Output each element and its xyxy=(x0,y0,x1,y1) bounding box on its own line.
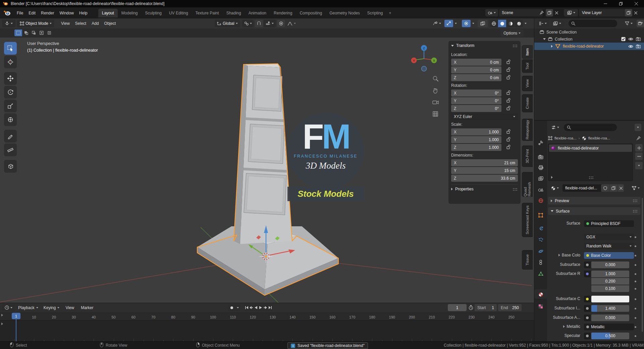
collection-render-camera-icon[interactable] xyxy=(636,37,641,41)
properties-tab-render[interactable] xyxy=(535,153,546,161)
timeline-menu-view[interactable]: View xyxy=(63,305,77,310)
object-expand-icon[interactable] xyxy=(551,45,553,48)
prev-keyframe-button[interactable] xyxy=(249,304,254,311)
subsurface-anisotropy-field[interactable]: 0.000 xyxy=(591,314,629,321)
sidebar-tab-retopology[interactable]: Retopology xyxy=(522,119,533,141)
gizmo-dropdown[interactable] xyxy=(453,20,458,27)
delineator-post[interactable] xyxy=(234,64,292,244)
rotation-z-field[interactable]: Z0° xyxy=(451,105,501,112)
scale-y-field[interactable]: Y1.000 xyxy=(451,136,501,143)
workspace-tab-sculpting[interactable]: Sculpting xyxy=(142,9,165,17)
select-mode-intersect-button[interactable] xyxy=(45,30,53,36)
panel-drag-handle[interactable] xyxy=(513,44,518,47)
dimensions-z-field[interactable]: Z33.6 cm xyxy=(451,175,518,182)
properties-tab-texture[interactable] xyxy=(535,302,546,311)
material-name-field[interactable]: flexible-road-del... xyxy=(562,184,605,192)
workspace-tab-scripting[interactable]: Scripting xyxy=(364,9,387,17)
pivot-point-dropdown[interactable] xyxy=(242,20,254,27)
subsurface-radius-y-field[interactable]: 0.200 xyxy=(591,278,629,285)
next-keyframe-button[interactable] xyxy=(263,304,268,311)
sidebar-tab-quad-remesh[interactable]: Quad Remesh xyxy=(522,172,533,197)
object-hide-eye-icon[interactable] xyxy=(628,45,633,48)
current-frame-field[interactable]: 1 xyxy=(448,304,467,311)
tool-annotate[interactable] xyxy=(4,130,17,142)
sidebar-tab-create[interactable]: Create xyxy=(522,94,533,112)
tool-scale[interactable] xyxy=(4,100,17,112)
outliner-search-input[interactable] xyxy=(569,20,617,27)
orthographic-view-icon[interactable] xyxy=(432,111,439,118)
properties-search-input[interactable] xyxy=(564,124,617,131)
scene-type-dropdown[interactable] xyxy=(485,9,498,16)
scale-z-field[interactable]: Z1.000 xyxy=(451,144,501,151)
collection-checkbox[interactable] xyxy=(621,37,626,41)
snap-settings-dropdown[interactable] xyxy=(264,20,276,27)
location-x-lock-icon[interactable] xyxy=(506,60,511,65)
shading-wireframe-button[interactable] xyxy=(490,20,498,27)
end-frame-field[interactable]: End250 xyxy=(498,304,522,311)
zoom-view-icon[interactable] xyxy=(432,75,439,83)
properties-editor-type-dropdown[interactable] xyxy=(549,124,561,131)
minimize-button[interactable] xyxy=(598,0,613,7)
blender-app-icon[interactable] xyxy=(3,10,11,16)
workspace-tab-compositing[interactable]: Compositing xyxy=(296,9,326,17)
properties-scrollbar[interactable] xyxy=(642,198,643,332)
timeline-expand-arrow-2[interactable] xyxy=(1,323,3,325)
metallic-label[interactable]: Metallic xyxy=(548,324,580,329)
subsurface-radius-z-field[interactable]: 0.100 xyxy=(591,285,629,292)
material-slot-row[interactable]: flexible-road-delineator xyxy=(549,144,632,152)
tool-transform[interactable] xyxy=(4,113,17,126)
outliner-new-collection-button[interactable] xyxy=(637,20,644,27)
outliner-row-collection[interactable]: Collection xyxy=(534,36,644,43)
rotation-y-lock-icon[interactable] xyxy=(506,98,511,104)
navigation-gizmo[interactable]: Z Y X xyxy=(410,45,438,73)
material-slot-add-button[interactable] xyxy=(635,144,643,152)
scene-name-field[interactable]: Scene xyxy=(499,9,543,16)
options-dropdown[interactable]: Options xyxy=(500,30,524,37)
snap-magnet-toggle[interactable] xyxy=(255,20,263,27)
outliner-editor-type-dropdown[interactable] xyxy=(537,20,549,27)
properties-tab-object-data[interactable] xyxy=(535,269,546,278)
location-y-lock-icon[interactable] xyxy=(506,67,511,73)
workspace-tab-shading[interactable]: Shading xyxy=(223,9,245,17)
timeline-track-area[interactable] xyxy=(0,321,534,342)
slot-specials-icon[interactable] xyxy=(551,176,553,179)
material-unlink-button[interactable] xyxy=(618,184,624,192)
subsurface-method-dropdown[interactable]: Random Walk xyxy=(584,243,634,249)
surface-panel-header[interactable]: Surface xyxy=(548,207,641,215)
menu-edit[interactable]: Edit xyxy=(26,11,38,15)
sidebar-tab-item[interactable]: Item xyxy=(522,45,533,59)
location-y-field[interactable]: Y0 cm xyxy=(451,66,501,73)
show-gizmo-toggle[interactable] xyxy=(444,20,453,27)
proportional-falloff-dropdown[interactable] xyxy=(286,20,297,27)
menu-window[interactable]: Window xyxy=(57,11,76,15)
scale-x-lock-icon[interactable] xyxy=(506,129,511,135)
rotation-z-lock-icon[interactable] xyxy=(506,106,511,111)
properties-tab-output[interactable] xyxy=(535,163,546,172)
transform-collapse-icon[interactable] xyxy=(451,45,454,47)
auto-key-record-button[interactable] xyxy=(228,304,235,311)
scale-x-field[interactable]: X1.000 xyxy=(451,128,501,135)
material-copy-button[interactable] xyxy=(609,184,618,192)
view-layer-type-dropdown[interactable] xyxy=(564,9,578,16)
surface-shader-field[interactable]: Principled BSDF xyxy=(584,220,634,227)
current-frame-line[interactable] xyxy=(16,319,16,342)
timeline-expand-arrow-1[interactable] xyxy=(1,314,3,316)
dimensions-y-field[interactable]: Y15 cm xyxy=(451,167,518,174)
select-mode-invert-button[interactable] xyxy=(38,30,45,36)
select-mode-extend-button[interactable] xyxy=(22,30,30,36)
outliner-row-scene-collection[interactable]: Scene Collection xyxy=(534,28,644,36)
viewport-menu-view[interactable]: View xyxy=(58,21,72,26)
pan-view-icon[interactable] xyxy=(432,88,439,95)
material-fake-user-button[interactable] xyxy=(601,184,609,192)
collection-expand-icon[interactable] xyxy=(543,38,546,40)
rotation-y-field[interactable]: Y0° xyxy=(451,97,501,104)
base-color-label[interactable]: Base Colo xyxy=(548,253,580,257)
properties-tab-modifiers[interactable] xyxy=(535,224,546,233)
collection-hide-eye-icon[interactable] xyxy=(628,37,633,41)
properties-tab-scene[interactable] xyxy=(535,185,546,194)
editor-type-dropdown[interactable] xyxy=(2,20,15,27)
scene-copy-button[interactable] xyxy=(546,9,553,16)
distribution-dropdown[interactable]: GGX xyxy=(584,234,634,240)
workspace-add-tab-button[interactable]: + xyxy=(387,9,394,17)
properties-tab-physics[interactable] xyxy=(535,247,546,255)
